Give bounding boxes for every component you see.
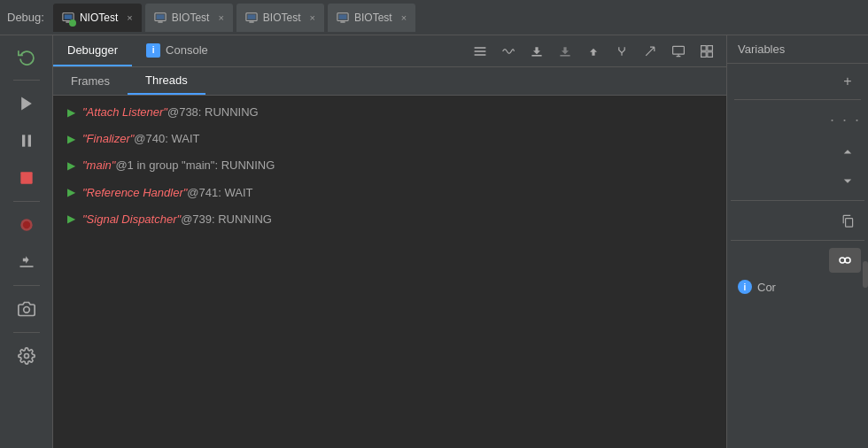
thread-item-1[interactable]: ▶ "Attach Listener" @738: RUNNING xyxy=(53,99,726,126)
thread-name-3: "main" xyxy=(82,158,115,174)
toolbar-list-icon[interactable] xyxy=(468,39,492,64)
svg-rect-7 xyxy=(247,14,255,19)
biotest3-tab-close[interactable]: × xyxy=(401,12,407,23)
thread-name-2: "Finalizer" xyxy=(82,131,134,147)
thread-item-4[interactable]: ▶ "Reference Handler" @741: WAIT xyxy=(53,180,726,206)
step-over-button[interactable] xyxy=(9,244,44,280)
thread-name-5: "Signal Dispatcher" xyxy=(82,212,181,228)
debug-label: Debug: xyxy=(7,11,44,24)
variables-header: Variables xyxy=(727,35,868,64)
svg-point-33 xyxy=(845,258,850,263)
svg-rect-1 xyxy=(65,14,73,19)
debug-tab-biotest1[interactable]: BIOTest × xyxy=(145,4,233,32)
right-panel-divider-3 xyxy=(731,240,864,241)
thread-list: ▶ "Attach Listener" @738: RUNNING ▶ "Fin… xyxy=(53,96,726,448)
right-panel-divider-2 xyxy=(731,200,864,201)
svg-rect-15 xyxy=(20,172,32,183)
thread-text-5: "Signal Dispatcher" @739: RUNNING xyxy=(82,212,272,228)
thread-item-2[interactable]: ▶ "Finalizer" @740: WAIT xyxy=(53,126,726,152)
panel-tabs: Debugger i Console xyxy=(53,35,726,67)
svg-rect-4 xyxy=(156,14,164,19)
toolbar-fork-icon[interactable] xyxy=(609,39,634,64)
svg-rect-25 xyxy=(560,55,570,57)
right-panel-content: · · · xyxy=(727,100,868,448)
biotest2-tab-icon xyxy=(245,12,258,24)
right-panel: Variables + · · · xyxy=(726,35,868,448)
tab-debugger-label: Debugger xyxy=(67,43,118,57)
biotest2-tab-close[interactable]: × xyxy=(310,12,315,23)
sub-tab-frames-label: Frames xyxy=(71,74,110,88)
thread-item-5[interactable]: ▶ "Signal Dispatcher" @739: RUNNING xyxy=(53,206,726,233)
debug-bar: Debug: NIOTest × BIOTest × BIOTest × BIO… xyxy=(0,0,868,35)
debug-tab-biotest2[interactable]: BIOTest × xyxy=(236,4,324,32)
settings-button[interactable] xyxy=(9,338,44,374)
variables-info-row: i Cor xyxy=(731,276,864,297)
tab-console-label: Console xyxy=(166,43,208,57)
thread-arrow-2: ▶ xyxy=(67,132,75,147)
biotest1-tab-close[interactable]: × xyxy=(218,12,223,23)
rerun-button[interactable] xyxy=(9,39,44,74)
biotest3-tab-icon xyxy=(337,12,349,24)
toolbar-divider-3 xyxy=(13,285,40,286)
panel-toolbar xyxy=(461,39,726,64)
svg-rect-30 xyxy=(708,51,713,57)
niotest-active-dot xyxy=(69,19,76,27)
console-icon: i xyxy=(146,43,160,58)
toolbar-divider-1 xyxy=(13,80,40,81)
debug-tab-niotest[interactable]: NIOTest × xyxy=(53,4,142,32)
svg-rect-29 xyxy=(701,51,707,57)
svg-marker-12 xyxy=(21,97,32,111)
thread-arrow-5: ▶ xyxy=(67,212,75,227)
svg-rect-14 xyxy=(27,135,30,146)
toolbar-up-icon[interactable] xyxy=(581,39,606,64)
thread-at-1: @738: RUNNING xyxy=(167,104,259,120)
svg-rect-26 xyxy=(673,46,685,54)
thread-arrow-3: ▶ xyxy=(67,158,75,174)
stop-button[interactable] xyxy=(9,160,44,196)
thread-name-4: "Reference Handler" xyxy=(82,185,187,201)
camera-button[interactable] xyxy=(9,291,44,327)
toolbar-download2-icon[interactable] xyxy=(553,39,577,64)
toolbar-divider-2 xyxy=(13,201,40,202)
debug-tab-biotest3[interactable]: BIOTest × xyxy=(328,4,415,32)
variables-cor-label: Cor xyxy=(757,281,776,294)
toolbar-diagonal-icon[interactable] xyxy=(638,39,663,64)
watch-button[interactable] xyxy=(829,248,861,273)
resize-handle[interactable] xyxy=(863,261,868,288)
toolbar-download-icon[interactable] xyxy=(524,39,549,64)
thread-at-5: @739: RUNNING xyxy=(181,212,272,228)
scroll-arrows xyxy=(731,136,864,197)
add-variable-icon: + xyxy=(843,73,851,89)
thread-arrow-1: ▶ xyxy=(67,105,75,120)
thread-text-3: "main" @1 in group "main": RUNNING xyxy=(82,158,275,174)
tab-console[interactable]: i Console xyxy=(132,35,222,66)
svg-rect-10 xyxy=(339,14,347,19)
copy-button[interactable] xyxy=(834,208,861,233)
svg-point-32 xyxy=(840,258,845,263)
toolbar-wave1-icon[interactable] xyxy=(496,39,521,64)
thread-item-3[interactable]: ▶ "main" @1 in group "main": RUNNING xyxy=(53,152,726,179)
toolbar-grid-icon[interactable] xyxy=(694,39,719,64)
info-icon: i xyxy=(738,280,752,294)
svg-rect-11 xyxy=(340,21,345,22)
niotest-tab-label: NIOTest xyxy=(80,12,118,24)
svg-rect-13 xyxy=(22,135,25,146)
pause-button[interactable] xyxy=(9,123,44,158)
svg-rect-23 xyxy=(475,54,486,56)
niotest-tab-close[interactable]: × xyxy=(127,12,132,23)
svg-rect-21 xyxy=(475,47,486,49)
center-panel: Debugger i Console xyxy=(53,35,726,448)
toolbar-screen-icon[interactable] xyxy=(666,39,691,64)
thread-text-1: "Attach Listener" @738: RUNNING xyxy=(82,104,259,120)
add-variable-button[interactable]: + xyxy=(834,69,861,94)
sub-tab-threads[interactable]: Threads xyxy=(128,67,205,95)
resume-button[interactable] xyxy=(9,86,44,121)
thread-at-4: @741: WAIT xyxy=(187,185,252,201)
svg-rect-5 xyxy=(158,21,162,22)
thread-name-1: "Attach Listener" xyxy=(82,104,167,120)
scroll-down-button[interactable] xyxy=(834,168,861,193)
tab-debugger[interactable]: Debugger xyxy=(53,35,132,66)
sub-tab-frames[interactable]: Frames xyxy=(53,67,128,95)
mute-breakpoints-button[interactable] xyxy=(9,207,44,243)
scroll-up-button[interactable] xyxy=(834,140,861,165)
